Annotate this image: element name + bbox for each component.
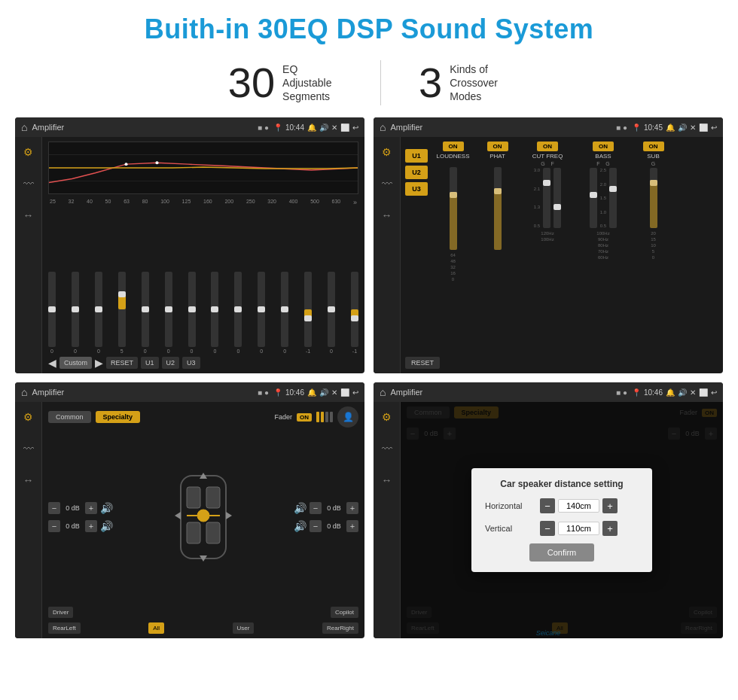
home-icon-2[interactable]: ⌂ — [380, 121, 386, 133]
cross-bass-on-button[interactable]: ON — [593, 142, 614, 151]
eq-slider-1[interactable]: 0 — [48, 272, 56, 354]
spec-vol2-minus-button[interactable]: − — [48, 520, 60, 532]
eq-sidebar-icon-1[interactable]: ⚙ — [18, 142, 39, 163]
eq-sliders: 0 0 0 — [48, 209, 358, 354]
svg-point-5 — [155, 161, 158, 164]
dialog-confirm-button[interactable]: Confirm — [529, 543, 595, 562]
spec-copilot-button[interactable]: Copilot — [331, 607, 358, 618]
cross-cutfreq-freq-slider[interactable] — [554, 168, 561, 228]
spec-sidebar-icon-1[interactable]: ⚙ — [18, 406, 39, 428]
eq-slider-12[interactable]: -1 — [304, 272, 312, 354]
spec-sidebar-icon-2[interactable]: 〰 — [18, 438, 39, 459]
eq-u3-button[interactable]: U3 — [182, 357, 200, 369]
cross-phat-slider[interactable] — [494, 167, 502, 250]
eq-slider-7[interactable]: 0 — [188, 272, 196, 354]
cross-cutfreq-on-button[interactable]: ON — [537, 142, 558, 151]
eq-slider-6[interactable]: 0 — [165, 272, 172, 354]
stat-crossover: 3 Kinds of Crossover Modes — [381, 62, 547, 104]
eq-header-icons: ■ ● — [258, 123, 269, 132]
eq-sidebar-icon-3[interactable]: ↔ — [18, 205, 39, 226]
cross-u2-button[interactable]: U2 — [405, 166, 428, 179]
eq-u2-button[interactable]: U2 — [162, 357, 180, 369]
cross-header-title: Amplifier — [390, 123, 611, 132]
cross-loudness-label: LOUDNESS — [436, 153, 469, 160]
spec-common-tab[interactable]: Common — [48, 411, 91, 423]
spec-specialty-tab[interactable]: Specialty — [96, 411, 141, 423]
cross-phat-on-button[interactable]: ON — [487, 142, 508, 151]
cross-u1-button[interactable]: U1 — [405, 149, 428, 163]
eq-prev-button[interactable]: ◀ — [48, 357, 56, 369]
cross-loudness-on-button[interactable]: ON — [443, 142, 464, 151]
dialog-sidebar-icon-1[interactable]: ⚙ — [377, 406, 398, 428]
spec-vol4-minus-button[interactable]: − — [310, 520, 322, 532]
home-icon-3[interactable]: ⌂ — [21, 386, 27, 398]
cross-sidebar-icon-2[interactable]: 〰 — [377, 173, 398, 194]
dialog-horizontal-row: Horizontal − + — [485, 498, 639, 513]
spec-vol-row-4: 🔊 − 0 dB + — [294, 520, 358, 532]
spec-rearleft-button[interactable]: RearLeft — [48, 622, 81, 634]
cross-channel-sub: ON SUB G 20 15 10 — [633, 142, 674, 282]
stat-eq-label: EQ Adjustable Segments — [282, 62, 343, 104]
spec-sidebar-icon-3[interactable]: ↔ — [18, 470, 39, 491]
dialog-vertical-plus-button[interactable]: + — [602, 521, 618, 536]
eq-slider-10[interactable]: 0 — [258, 272, 265, 354]
cross-cutfreq-gain-slider[interactable] — [543, 168, 550, 228]
spec-vol3-minus-button[interactable]: − — [310, 502, 322, 514]
eq-slider-4[interactable]: 5 — [118, 272, 126, 354]
spec-tabs: Common Specialty — [48, 411, 140, 423]
eq-slider-8[interactable]: 0 — [211, 272, 218, 354]
spec-user-button[interactable]: User — [233, 622, 255, 634]
cross-bass-freq-slider[interactable] — [590, 168, 597, 228]
dialog-horizontal-minus-button[interactable]: − — [540, 498, 555, 513]
spec-vol2-plus-button[interactable]: + — [85, 520, 97, 532]
dialog-horizontal-value-box: − + — [540, 498, 618, 513]
cross-sidebar-icon-1[interactable]: ⚙ — [377, 142, 398, 163]
dialog-horizontal-plus-button[interactable]: + — [602, 498, 618, 513]
eq-slider-2[interactable]: 0 — [72, 272, 79, 354]
dialog-vertical-minus-button[interactable]: − — [540, 521, 555, 536]
cross-sub-on-button[interactable]: ON — [643, 142, 664, 151]
eq-sidebar-icon-2[interactable]: 〰 — [18, 173, 39, 194]
eq-slider-11[interactable]: 0 — [281, 272, 288, 354]
spec-rearright-button[interactable]: RearRight — [322, 622, 358, 634]
screens-grid: ⌂ Amplifier ■ ● 📍 10:44 🔔🔊✕⬜↩ ⚙ 〰 ↔ — [0, 117, 738, 646]
spec-header-title: Amplifier — [32, 388, 253, 397]
spec-all-button[interactable]: All — [148, 622, 164, 634]
svg-rect-10 — [206, 522, 220, 543]
dialog-vertical-input[interactable] — [558, 522, 599, 535]
eq-next-button[interactable]: ▶ — [95, 357, 103, 369]
cross-sub-slider[interactable] — [650, 168, 657, 228]
spec-fader-on-button[interactable]: ON — [297, 413, 312, 422]
cross-loudness-slider[interactable] — [450, 167, 457, 250]
spec-driver-button[interactable]: Driver — [48, 607, 73, 618]
cross-reset-button[interactable]: RESET — [405, 357, 440, 369]
eq-slider-13[interactable]: 0 — [328, 272, 335, 354]
cross-bass-gain-slider[interactable] — [609, 168, 617, 228]
eq-slider-3[interactable]: 0 — [95, 272, 102, 354]
spec-vol1-minus-button[interactable]: − — [48, 502, 60, 514]
dialog-sidebar-icon-3[interactable]: ↔ — [377, 470, 398, 491]
eq-slider-14[interactable]: -1 — [351, 272, 358, 354]
spec-vol1-plus-button[interactable]: + — [85, 502, 97, 514]
cross-top: U1 U2 U3 ON LOUDNESS — [405, 142, 718, 282]
eq-u1-button[interactable]: U1 — [141, 357, 159, 369]
cross-sidebar-icon-3[interactable]: ↔ — [377, 205, 398, 226]
dialog-main: Common Specialty Fader ON − 0 dB + — [401, 402, 723, 638]
eq-slider-5[interactable]: 0 — [142, 272, 149, 354]
eq-slider-9[interactable]: 0 — [234, 272, 242, 354]
cross-sub-sublabel: G — [651, 161, 655, 166]
spec-screen-header: ⌂ Amplifier ■ ● 📍 10:46 🔔🔊✕⬜↩ — [15, 382, 364, 402]
home-icon-4[interactable]: ⌂ — [380, 386, 386, 398]
dialog-horizontal-input[interactable] — [558, 499, 599, 513]
eq-reset-button[interactable]: RESET — [106, 357, 138, 369]
eq-preset-custom-button[interactable]: Custom — [59, 357, 92, 369]
spec-vol3-value: 0 dB — [325, 504, 343, 512]
spec-avatar-button[interactable]: 👤 — [337, 406, 358, 428]
dialog-sidebar-icon-2[interactable]: 〰 — [377, 438, 398, 459]
spec-vol3-plus-button[interactable]: + — [346, 502, 358, 514]
cross-u3-button[interactable]: U3 — [405, 182, 428, 196]
spec-left-vol-col: − 0 dB + 🔊 − 0 dB + 🔊 — [48, 502, 113, 532]
spec-vol1-value: 0 dB — [63, 504, 82, 512]
spec-vol4-plus-button[interactable]: + — [346, 520, 358, 532]
home-icon[interactable]: ⌂ — [21, 121, 27, 133]
